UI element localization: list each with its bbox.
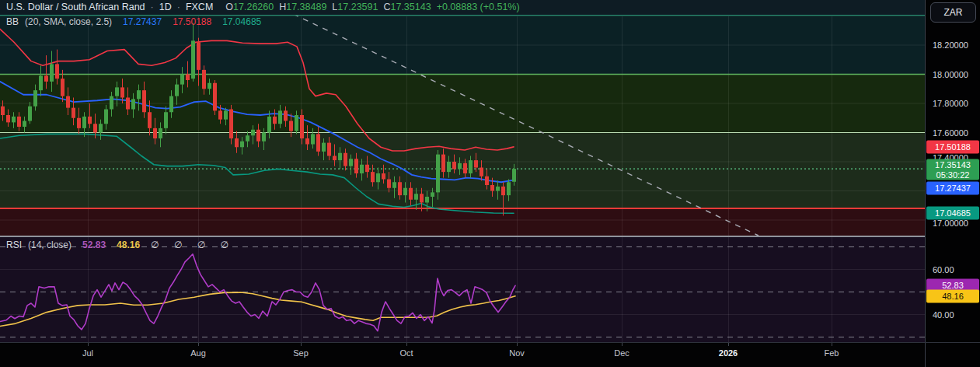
candle-body [61, 79, 65, 96]
candle-body [120, 87, 124, 97]
currency-toggle-button[interactable]: ZAR [930, 2, 976, 23]
time-axis-tickmark [832, 343, 832, 346]
time-axis-tickmark [198, 343, 199, 346]
low-value: 17.23591 [337, 2, 378, 12]
symbol-legend[interactable]: U.S. Dollar / South African Rand · 1D · … [6, 2, 520, 12]
candle-body [398, 182, 402, 195]
high-value: 17.38489 [286, 2, 326, 12]
candle-body [66, 96, 70, 108]
candle-body [164, 112, 168, 128]
price-tick-label: 18.00000 [933, 70, 968, 79]
candle-body [191, 40, 195, 79]
candle-body [39, 75, 43, 90]
candle-body [55, 64, 59, 79]
price-label-badge: 17.27437 [926, 181, 979, 194]
candle-body [126, 98, 130, 110]
candle-body [246, 135, 249, 142]
candle-body [44, 75, 48, 82]
time-axis[interactable]: JulAugSepOctNovDec2026Feb [0, 343, 925, 367]
candle-body [256, 130, 260, 142]
rsi-indicator-params: (14, close) [28, 239, 71, 250]
chart-area[interactable]: U.S. Dollar / South African Rand · 1D · … [0, 0, 925, 342]
rsi-tick-label: 60.00 [933, 265, 954, 274]
ohlc-values: O17.26260 H17.38489 L17.23591 C17.35143 … [225, 2, 519, 12]
candle-body [458, 163, 462, 170]
price-axis[interactable]: ZAR 18.2000018.0000017.8000017.6000017.4… [925, 0, 980, 367]
candle-body [262, 133, 266, 142]
price-label-badge: 17.3514305:30:22 [926, 159, 979, 180]
candle-body [289, 121, 293, 131]
candle-body [441, 155, 445, 173]
legend-separator: · [176, 2, 181, 12]
candle-body [316, 134, 320, 152]
candle-body [6, 115, 10, 122]
candle-body [197, 42, 201, 70]
candle-body [295, 115, 298, 131]
candle-body [202, 70, 206, 89]
candle-body [284, 110, 288, 121]
bb-lower-value: 17.04685 [222, 16, 261, 27]
candle-body [159, 128, 162, 138]
candle-body [148, 112, 152, 128]
candle-body [392, 182, 396, 188]
time-axis-tickmark [88, 343, 89, 346]
candle-body [273, 117, 277, 124]
candle-body [142, 90, 146, 112]
candle-body [349, 159, 353, 166]
candle-body [507, 182, 511, 195]
candle-body [1, 107, 5, 115]
candle-body [131, 99, 135, 109]
bollinger-bands-legend[interactable]: BB (20, SMA, close, 2.5) 17.27437 17.501… [6, 16, 261, 27]
candle-body [28, 107, 32, 121]
candle-body [267, 117, 271, 133]
price-label-badge: 17.50188 [926, 140, 979, 153]
candle-body [354, 159, 358, 173]
candle-body [99, 124, 103, 132]
candle-body [327, 143, 331, 156]
candle-body [175, 85, 179, 96]
candle-body [137, 90, 141, 99]
close-value: 17.35143 [390, 2, 431, 12]
candle-body [371, 172, 375, 182]
price-zone [0, 133, 925, 209]
rsi-hidden-band-values: ∅ ∅ ∅ ∅ [151, 239, 235, 250]
candle-body [365, 165, 369, 172]
candle-body [240, 142, 244, 148]
change-value: +0.08883 (+0.51%) [437, 2, 520, 12]
time-axis-label: 2026 [719, 348, 738, 358]
high-label: H [279, 2, 286, 12]
open-value: 17.26260 [233, 2, 274, 12]
rsi-legend[interactable]: RSI (14, close) 52.83 48.16 ∅ ∅ ∅ ∅ [6, 239, 235, 250]
candle-body [447, 162, 451, 172]
time-axis-label: Aug [190, 348, 206, 358]
candle-body [213, 83, 217, 111]
candle-body [338, 153, 342, 160]
rsi-indicator-name: RSI [6, 239, 22, 250]
timeframe-label[interactable]: 1D [159, 2, 172, 12]
candle-body [387, 180, 391, 188]
countdown-timer: 05:30:22 [936, 170, 970, 180]
candle-body [420, 194, 424, 202]
candle-body [425, 197, 429, 203]
legend-separator: · [150, 2, 155, 12]
candle-body [436, 155, 440, 193]
candle-body [71, 108, 75, 118]
time-axis-border [0, 342, 980, 343]
bb-basis-value: 17.27437 [123, 16, 162, 27]
candle-body [305, 138, 309, 145]
candle-body [311, 134, 315, 144]
candle-body [403, 188, 407, 195]
price-and-rsi-chart[interactable] [0, 0, 925, 342]
candle-body [463, 163, 467, 173]
candle-body [414, 194, 418, 200]
time-axis-label: Jul [82, 348, 93, 358]
price-tick-label: 17.00000 [933, 218, 968, 228]
candle-body [17, 117, 21, 127]
rsi-pane-background [0, 237, 925, 342]
candle-body [382, 173, 385, 180]
candle-body [485, 177, 489, 185]
candle-body [480, 168, 483, 177]
time-axis-tickmark [301, 343, 302, 346]
price-zone [0, 208, 925, 236]
candle-body [77, 118, 81, 128]
